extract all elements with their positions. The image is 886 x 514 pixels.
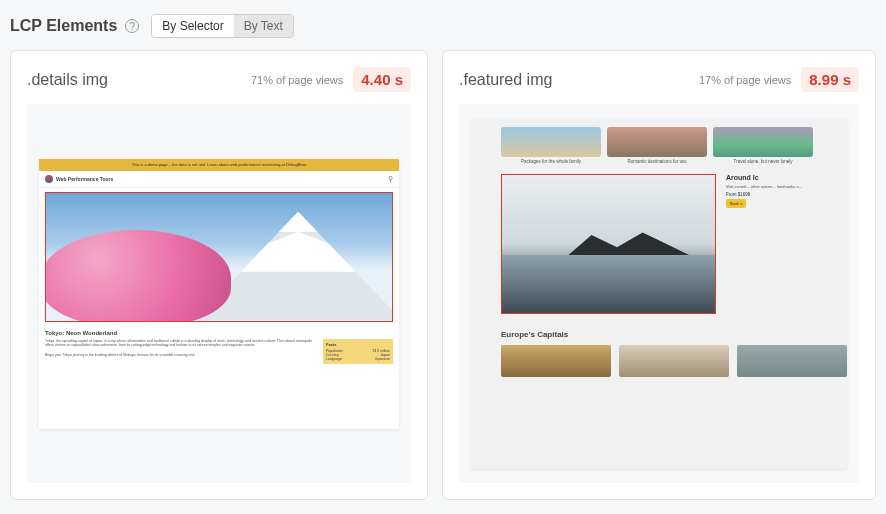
mock-feature-side: Around Ic Visit incredi... other nature.…: [726, 174, 847, 208]
selector-label: .featured img: [459, 71, 552, 89]
card-header: .details img 71% of page views 4.40 s: [27, 67, 411, 92]
thumb-icon: [713, 127, 813, 157]
thumb-icon: [619, 345, 729, 377]
preview-area: This is a demo page – the data is not re…: [27, 104, 411, 483]
page-preview: This is a demo page – the data is not re…: [39, 159, 399, 429]
timing-badge: 4.40 s: [353, 67, 411, 92]
toggle-by-text[interactable]: By Text: [234, 15, 293, 37]
mock-thumb-row: Packages for the whole family Romantic d…: [501, 127, 847, 164]
section-header: LCP Elements ? By Selector By Text: [10, 14, 876, 38]
view-toggle: By Selector By Text: [151, 14, 294, 38]
mock-article-title: Tokyo: Neon Wonderland: [45, 330, 393, 336]
thumb-icon: [737, 345, 847, 377]
lcp-card-details-img[interactable]: .details img 71% of page views 4.40 s Th…: [10, 50, 428, 500]
page-views: 71% of page views: [251, 74, 343, 86]
mock-article-text: Tokyo, the sprawling capital of Japan, i…: [45, 339, 317, 364]
thumb-icon: [501, 345, 611, 377]
thumb-icon: [501, 127, 601, 157]
page-views: 17% of page views: [699, 74, 791, 86]
lcp-cards: .details img 71% of page views 4.40 s Th…: [10, 50, 876, 500]
page-preview: Packages for the whole family Romantic d…: [471, 119, 847, 469]
selector-label: .details img: [27, 71, 108, 89]
mock-section-heading: Europe's Capitals: [501, 330, 847, 339]
mock-nav: Web Performance Tours ⚲: [39, 171, 399, 188]
search-icon: ⚲: [388, 175, 393, 183]
lcp-highlight: [45, 192, 393, 322]
toggle-by-selector[interactable]: By Selector: [152, 15, 233, 37]
timing-badge: 8.99 s: [801, 67, 859, 92]
card-stats: 17% of page views 8.99 s: [699, 67, 859, 92]
section-title: LCP Elements: [10, 17, 117, 35]
card-header: .featured img 17% of page views 8.99 s: [459, 67, 859, 92]
mock-banner: This is a demo page – the data is not re…: [39, 159, 399, 171]
card-stats: 71% of page views 4.40 s: [251, 67, 411, 92]
thumb-icon: [607, 127, 707, 157]
help-icon[interactable]: ?: [125, 19, 139, 33]
preview-area: Packages for the whole family Romantic d…: [459, 104, 859, 483]
mock-site-name: Web Performance Tours: [56, 176, 113, 182]
mock-cta-button: Book n: [726, 199, 746, 208]
mock-facts-box: Facts Population:13.9 million Country:Ja…: [323, 339, 393, 364]
lcp-card-featured-img[interactable]: .featured img 17% of page views 8.99 s P…: [442, 50, 876, 500]
lcp-highlight: [501, 174, 716, 314]
logo-icon: [45, 175, 53, 183]
